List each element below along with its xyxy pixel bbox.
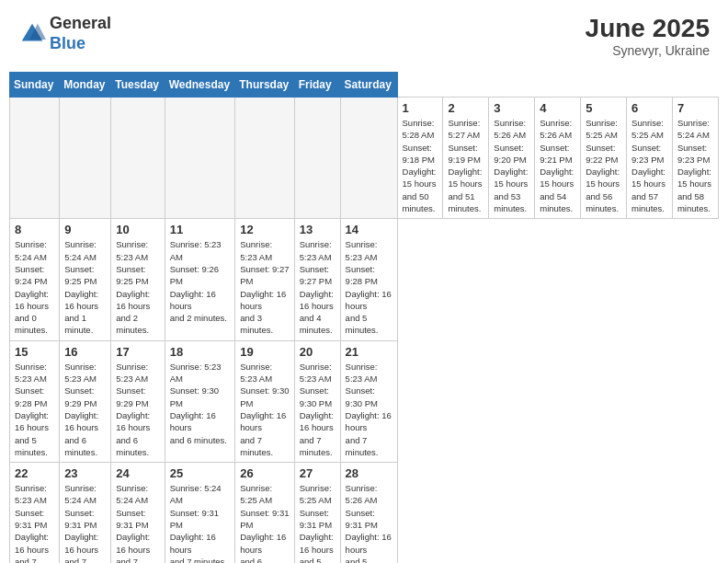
day-number: 28 — [346, 466, 392, 480]
day-info: Sunrise: 5:24 AM Sunset: 9:31 PM Dayligh… — [116, 482, 159, 563]
month-title: June 2025 — [586, 14, 710, 43]
day-info: Sunrise: 5:24 AM Sunset: 9:23 PM Dayligh… — [677, 117, 713, 214]
day-info: Sunrise: 5:24 AM Sunset: 9:31 PM Dayligh… — [64, 482, 106, 563]
day-info: Sunrise: 5:23 AM Sunset: 9:30 PM Dayligh… — [346, 361, 392, 458]
calendar-table: SundayMondayTuesdayWednesdayThursdayFrid… — [9, 72, 719, 563]
day-info: Sunrise: 5:23 AM Sunset: 9:31 PM Dayligh… — [15, 482, 54, 563]
day-info: Sunrise: 5:24 AM Sunset: 9:25 PM Dayligh… — [64, 238, 106, 336]
calendar-cell: 13Sunrise: 5:23 AM Sunset: 9:27 PM Dayli… — [294, 219, 340, 340]
day-number: 10 — [116, 223, 159, 236]
location: Synevyr, Ukraine — [586, 43, 710, 58]
day-number: 19 — [240, 345, 289, 359]
calendar-cell: 19Sunrise: 5:23 AM Sunset: 9:30 PM Dayli… — [235, 340, 294, 462]
day-number: 13 — [300, 223, 336, 236]
calendar-cell: 20Sunrise: 5:23 AM Sunset: 9:30 PM Dayli… — [294, 340, 340, 462]
weekday-friday: Friday — [294, 73, 340, 98]
calendar-cell: 5Sunrise: 5:25 AM Sunset: 9:22 PM Daylig… — [581, 98, 627, 219]
day-info: Sunrise: 5:23 AM Sunset: 9:25 PM Dayligh… — [116, 238, 159, 336]
day-number: 26 — [240, 466, 289, 480]
calendar-cell: 21Sunrise: 5:23 AM Sunset: 9:30 PM Dayli… — [340, 340, 397, 462]
calendar-cell — [165, 98, 235, 219]
calendar-cell — [294, 98, 340, 219]
day-info: Sunrise: 5:27 AM Sunset: 9:19 PM Dayligh… — [448, 117, 483, 214]
week-row-4: 22Sunrise: 5:23 AM Sunset: 9:31 PM Dayli… — [10, 463, 719, 563]
logo: General Blue — [18, 14, 111, 53]
calendar-cell: 22Sunrise: 5:23 AM Sunset: 9:31 PM Dayli… — [10, 463, 60, 563]
calendar-cell: 15Sunrise: 5:23 AM Sunset: 9:28 PM Dayli… — [10, 340, 60, 462]
calendar-cell: 4Sunrise: 5:26 AM Sunset: 9:21 PM Daylig… — [535, 98, 581, 219]
day-info: Sunrise: 5:23 AM Sunset: 9:30 PM Dayligh… — [300, 361, 336, 458]
day-number: 4 — [540, 101, 575, 115]
title-block: June 2025 Synevyr, Ukraine — [586, 14, 710, 58]
calendar-cell: 2Sunrise: 5:27 AM Sunset: 9:19 PM Daylig… — [443, 98, 489, 219]
calendar-cell: 9Sunrise: 5:24 AM Sunset: 9:25 PM Daylig… — [60, 219, 111, 340]
day-number: 6 — [631, 101, 667, 115]
day-info: Sunrise: 5:25 AM Sunset: 9:31 PM Dayligh… — [240, 482, 289, 563]
weekday-tuesday: Tuesday — [111, 73, 165, 98]
calendar-cell: 25Sunrise: 5:24 AM Sunset: 9:31 PM Dayli… — [165, 463, 235, 563]
calendar-cell: 18Sunrise: 5:23 AM Sunset: 9:30 PM Dayli… — [165, 340, 235, 462]
day-number: 22 — [15, 466, 54, 480]
day-number: 5 — [586, 101, 621, 115]
day-number: 7 — [677, 101, 713, 115]
day-info: Sunrise: 5:24 AM Sunset: 9:24 PM Dayligh… — [15, 238, 54, 336]
day-info: Sunrise: 5:23 AM Sunset: 9:27 PM Dayligh… — [240, 238, 289, 336]
day-info: Sunrise: 5:23 AM Sunset: 9:30 PM Dayligh… — [240, 361, 289, 458]
day-number: 3 — [494, 101, 529, 115]
day-number: 8 — [15, 223, 54, 236]
weekday-sunday: Sunday — [10, 73, 60, 98]
calendar-cell: 27Sunrise: 5:25 AM Sunset: 9:31 PM Dayli… — [294, 463, 340, 563]
day-number: 9 — [64, 223, 106, 236]
day-info: Sunrise: 5:23 AM Sunset: 9:30 PM Dayligh… — [170, 361, 231, 446]
day-number: 17 — [116, 345, 159, 359]
calendar-cell: 7Sunrise: 5:24 AM Sunset: 9:23 PM Daylig… — [672, 98, 718, 219]
calendar-cell — [60, 98, 111, 219]
logo-text: General Blue — [50, 14, 111, 53]
calendar-cell: 14Sunrise: 5:23 AM Sunset: 9:28 PM Dayli… — [340, 219, 397, 340]
day-number: 18 — [170, 345, 231, 359]
day-info: Sunrise: 5:26 AM Sunset: 9:20 PM Dayligh… — [494, 117, 529, 214]
day-number: 1 — [403, 101, 438, 115]
weekday-saturday: Saturday — [340, 73, 397, 98]
day-number: 2 — [448, 101, 483, 115]
calendar-cell — [111, 98, 165, 219]
weekday-thursday: Thursday — [235, 73, 294, 98]
day-info: Sunrise: 5:28 AM Sunset: 9:18 PM Dayligh… — [403, 117, 438, 214]
week-row-2: 8Sunrise: 5:24 AM Sunset: 9:24 PM Daylig… — [10, 219, 719, 340]
day-number: 15 — [15, 345, 54, 359]
calendar-body: 1Sunrise: 5:28 AM Sunset: 9:18 PM Daylig… — [10, 98, 719, 564]
day-number: 11 — [170, 223, 231, 236]
day-info: Sunrise: 5:26 AM Sunset: 9:31 PM Dayligh… — [346, 482, 392, 563]
logo-icon — [18, 20, 46, 48]
day-number: 12 — [240, 223, 289, 236]
calendar-cell: 8Sunrise: 5:24 AM Sunset: 9:24 PM Daylig… — [10, 219, 60, 340]
day-info: Sunrise: 5:23 AM Sunset: 9:27 PM Dayligh… — [300, 238, 336, 336]
calendar-cell — [235, 98, 294, 219]
page-header: General Blue June 2025 Synevyr, Ukraine — [9, 9, 719, 63]
calendar-cell: 12Sunrise: 5:23 AM Sunset: 9:27 PM Dayli… — [235, 219, 294, 340]
weekday-header-row: SundayMondayTuesdayWednesdayThursdayFrid… — [10, 73, 719, 98]
calendar-cell: 26Sunrise: 5:25 AM Sunset: 9:31 PM Dayli… — [235, 463, 294, 563]
day-info: Sunrise: 5:23 AM Sunset: 9:28 PM Dayligh… — [15, 361, 54, 458]
day-info: Sunrise: 5:25 AM Sunset: 9:31 PM Dayligh… — [300, 482, 336, 563]
calendar-cell: 11Sunrise: 5:23 AM Sunset: 9:26 PM Dayli… — [165, 219, 235, 340]
day-info: Sunrise: 5:26 AM Sunset: 9:21 PM Dayligh… — [540, 117, 575, 214]
day-number: 27 — [300, 466, 336, 480]
weekday-monday: Monday — [60, 73, 111, 98]
calendar-cell: 28Sunrise: 5:26 AM Sunset: 9:31 PM Dayli… — [340, 463, 397, 563]
week-row-3: 15Sunrise: 5:23 AM Sunset: 9:28 PM Dayli… — [10, 340, 719, 462]
weekday-wednesday: Wednesday — [165, 73, 235, 98]
calendar-cell — [10, 98, 60, 219]
day-info: Sunrise: 5:24 AM Sunset: 9:31 PM Dayligh… — [170, 482, 231, 563]
day-info: Sunrise: 5:25 AM Sunset: 9:22 PM Dayligh… — [586, 117, 621, 214]
logo-line2: Blue — [50, 34, 85, 52]
calendar-cell: 23Sunrise: 5:24 AM Sunset: 9:31 PM Dayli… — [60, 463, 111, 563]
day-number: 23 — [64, 466, 106, 480]
week-row-1: 1Sunrise: 5:28 AM Sunset: 9:18 PM Daylig… — [10, 98, 719, 219]
day-number: 20 — [300, 345, 336, 359]
calendar-cell: 10Sunrise: 5:23 AM Sunset: 9:25 PM Dayli… — [111, 219, 165, 340]
calendar-cell: 3Sunrise: 5:26 AM Sunset: 9:20 PM Daylig… — [489, 98, 535, 219]
day-number: 16 — [64, 345, 106, 359]
day-number: 21 — [346, 345, 392, 359]
day-info: Sunrise: 5:23 AM Sunset: 9:29 PM Dayligh… — [116, 361, 159, 458]
